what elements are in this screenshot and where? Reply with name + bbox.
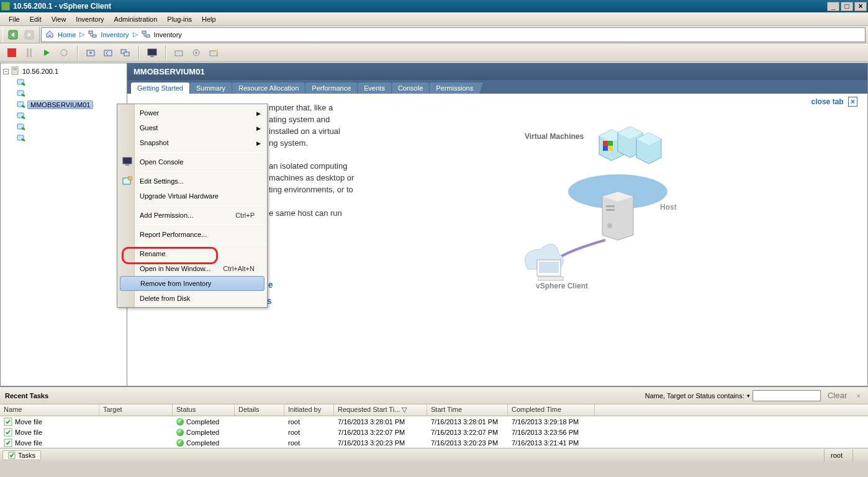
host-icon [11, 66, 19, 76]
inventory-tree[interactable]: − 10.56.200.1 MMOBSERVIUM01 [0, 63, 127, 386]
recent-filter-input[interactable] [753, 390, 821, 401]
dropdown-icon[interactable]: ▾ [747, 393, 750, 399]
col-initiated[interactable]: Initiated by [284, 404, 334, 416]
menu-help[interactable]: Help [197, 14, 221, 25]
shortcut-label: Ctrl+P [235, 212, 255, 219]
reset-button[interactable] [57, 46, 71, 60]
edit-settings-button[interactable] [207, 46, 220, 60]
close-tab-link[interactable]: close tab × [811, 97, 857, 106]
col-requested[interactable]: Requested Start Ti... ▽ [334, 404, 427, 416]
maximize-button[interactable]: □ [841, 2, 853, 11]
tab-summary[interactable]: Summary [190, 82, 232, 94]
tree-vm-row[interactable] [3, 133, 124, 144]
ctx-edit-settings[interactable]: Edit Settings... [119, 174, 266, 189]
snapshot-manager-button[interactable] [119, 46, 132, 60]
menu-edit[interactable]: Edit [25, 14, 47, 25]
menu-plugins[interactable]: Plug-ins [162, 14, 197, 25]
col-completed[interactable]: Completed Time [508, 404, 595, 416]
task-requested: 7/16/2013 3:20:23 PM [334, 439, 427, 447]
power-on-button[interactable] [40, 46, 53, 60]
tab-getting-started[interactable]: Getting Started [131, 82, 189, 94]
ctx-report-performance[interactable]: Report Performance... [119, 227, 266, 242]
menu-view[interactable]: View [47, 14, 71, 25]
minimize-button[interactable]: _ [827, 2, 839, 11]
col-start[interactable]: Start Time [427, 404, 508, 416]
tab-permissions[interactable]: Permissions [430, 82, 479, 94]
tree-vm-label [27, 138, 30, 139]
menu-administration[interactable]: Administration [109, 14, 163, 25]
breadcrumb: Home ▷ Inventory ▷ Inventory [41, 27, 866, 42]
snapshot-button[interactable] [84, 46, 97, 60]
nav-back-button[interactable] [6, 27, 20, 42]
tree-vm-label [27, 82, 30, 83]
pause-button[interactable] [22, 46, 36, 60]
task-row[interactable]: Move fileCompletedroot7/16/2013 3:20:23 … [0, 437, 868, 448]
svg-rect-24 [13, 69, 17, 70]
menubar: File Edit View Inventory Administration … [0, 12, 868, 26]
close-button[interactable]: × [854, 2, 867, 11]
tree-vm-row[interactable] [3, 110, 124, 122]
svg-rect-36 [603, 146, 608, 151]
task-row[interactable]: Move fileCompletedroot7/16/2013 3:22:07 … [0, 427, 868, 437]
task-completed: 7/16/2013 3:29:18 PM [508, 417, 595, 426]
tab-events[interactable]: Events [358, 82, 391, 94]
task-start: 7/16/2013 3:20:23 PM [427, 439, 508, 447]
menu-file[interactable]: File [4, 14, 25, 25]
illus-host-label: Host [660, 203, 677, 212]
task-status: Completed [186, 418, 219, 426]
power-off-button[interactable] [5, 46, 19, 60]
ctx-power[interactable]: Power▶ [119, 105, 266, 120]
ctx-remove-from-inventory[interactable]: Remove from Inventory [120, 276, 264, 291]
vm-icon [17, 89, 25, 98]
recent-tasks-grid[interactable]: Name Target Status Details Initiated by … [0, 404, 868, 448]
breadcrumb-inventory-1[interactable]: Inventory [101, 31, 129, 38]
task-completed: 7/16/2013 3:21:41 PM [508, 439, 595, 447]
svg-rect-15 [148, 49, 156, 55]
status-resize-grip[interactable] [852, 449, 866, 461]
task-details [235, 442, 284, 444]
nav-toolbar: Home ▷ Inventory ▷ Inventory [0, 26, 868, 43]
close-tab-x-icon[interactable]: × [848, 97, 857, 107]
recent-close-icon[interactable]: × [854, 392, 863, 399]
tab-resource-allocation[interactable]: Resource Allocation [232, 82, 305, 94]
app-icon [1, 2, 10, 11]
col-target[interactable]: Target [99, 404, 173, 416]
tree-vm-row[interactable] [3, 77, 124, 88]
svg-rect-8 [30, 48, 32, 57]
console-icon [122, 157, 132, 167]
breadcrumb-home[interactable]: Home [58, 31, 76, 38]
connect-cd-button[interactable] [172, 46, 186, 60]
ctx-delete-from-disk[interactable]: Delete from Disk [119, 291, 266, 306]
tab-console[interactable]: Console [392, 82, 429, 94]
tab-performance[interactable]: Performance [305, 82, 357, 94]
task-row[interactable]: Move fileCompletedroot7/16/2013 3:28:01 … [0, 416, 868, 427]
ctx-separator [137, 205, 266, 206]
tree-vm-row[interactable] [3, 122, 124, 133]
connect-floppy-button[interactable] [189, 46, 203, 60]
nav-forward-button[interactable] [22, 27, 37, 42]
desc-fragment: ating system and [269, 114, 505, 126]
ctx-snapshot[interactable]: Snapshot▶ [119, 135, 266, 150]
tree-vm-row-selected[interactable]: MMOBSERVIUM01 [3, 99, 124, 110]
home-icon[interactable] [45, 30, 54, 40]
svg-rect-21 [215, 50, 218, 52]
menu-inventory[interactable]: Inventory [71, 14, 109, 25]
col-status[interactable]: Status [173, 404, 235, 416]
tree-host-row[interactable]: − 10.56.200.1 [3, 66, 124, 77]
status-tab-tasks[interactable]: Tasks [2, 450, 41, 460]
ctx-upgrade-hw[interactable]: Upgrade Virtual Hardware [119, 189, 266, 203]
svg-point-19 [196, 51, 197, 53]
recent-filter-clear[interactable]: Clear [823, 389, 852, 402]
collapse-icon[interactable]: − [3, 69, 9, 74]
ctx-guest[interactable]: Guest▶ [119, 120, 266, 135]
tree-vm-row[interactable] [3, 88, 124, 99]
submenu-arrow-icon: ▶ [256, 110, 261, 117]
revert-snapshot-button[interactable] [101, 46, 115, 60]
ctx-add-permission[interactable]: Add Permission...Ctrl+P [119, 208, 266, 223]
task-initiated-by: root [284, 417, 334, 426]
recent-filter-label: Name, Target or Status contains: [645, 392, 744, 399]
col-name[interactable]: Name [0, 404, 99, 416]
console-button[interactable] [145, 46, 159, 60]
ctx-open-console[interactable]: Open Console [119, 154, 266, 169]
col-details[interactable]: Details [235, 404, 284, 416]
